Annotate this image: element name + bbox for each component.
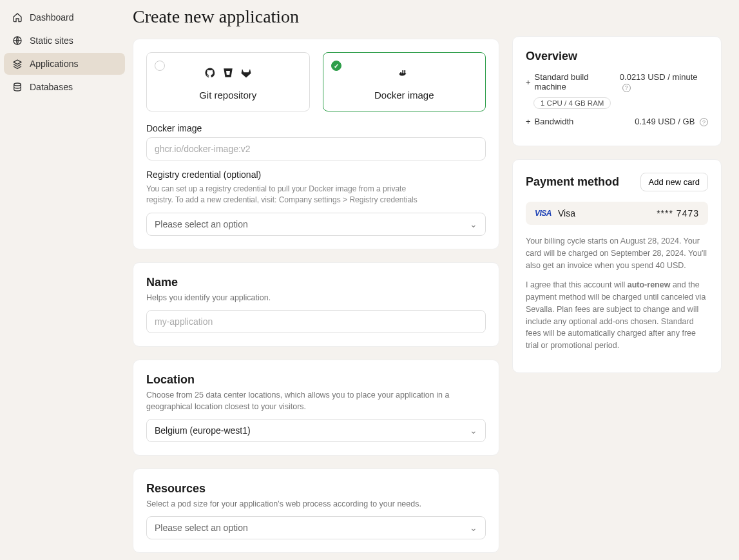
resources-select[interactable]: Please select an option ⌄: [146, 516, 486, 539]
payment-card-row[interactable]: VISA Visa **** 7473: [526, 202, 708, 225]
card-brand: Visa: [558, 208, 575, 218]
page-title: Create new application: [133, 6, 499, 27]
right-column: Overview +Standard build machine 0.0213 …: [512, 6, 722, 560]
payment-title: Payment method: [526, 175, 619, 189]
globe-icon: [12, 35, 23, 46]
docker-image-input[interactable]: [146, 137, 486, 160]
sidebar-item-label: Dashboard: [30, 12, 74, 23]
visa-logo-icon: VISA: [535, 209, 552, 218]
layers-icon: [12, 58, 23, 70]
sidebar-item-label: Static sites: [30, 35, 73, 46]
chevron-down-icon: ⌄: [470, 425, 477, 436]
registry-credential-help: You can set up a registry credential to …: [146, 184, 430, 206]
resources-title: Resources: [146, 482, 486, 496]
select-placeholder: Please select an option: [155, 523, 248, 533]
resources-help: Select a pod size for your application's…: [146, 498, 486, 510]
radio-unchecked-icon: [155, 61, 165, 71]
name-help: Helps you identify your application.: [146, 292, 486, 304]
source-label-git: Git repository: [157, 90, 299, 101]
location-select[interactable]: Belgium (europe-west1) ⌄: [146, 419, 486, 442]
sidebar: Dashboard Static sites Applications Data…: [0, 0, 129, 560]
source-option-git[interactable]: Git repository: [146, 52, 310, 111]
overview-build-label: +Standard build machine: [526, 72, 620, 92]
source-card: Git repository Docker image Docker image: [133, 39, 499, 249]
docker-image-label: Docker image: [146, 123, 486, 133]
source-label-docker: Docker image: [334, 90, 475, 101]
info-icon[interactable]: ?: [700, 118, 708, 126]
sidebar-item-label: Applications: [30, 59, 79, 69]
svg-point-1: [14, 83, 21, 86]
database-icon: [12, 81, 23, 93]
sidebar-item-applications[interactable]: Applications: [4, 53, 125, 75]
location-title: Location: [146, 373, 486, 387]
source-option-docker[interactable]: Docker image: [323, 52, 486, 111]
gitlab-icon: [240, 67, 252, 81]
home-icon: [12, 12, 23, 23]
overview-bandwidth-price: 0.149 USD / GB ?: [635, 117, 708, 127]
auto-renew-text: I agree that this account will auto-rene…: [526, 279, 708, 352]
info-icon[interactable]: ?: [622, 84, 631, 92]
main-content: Create new application: [133, 6, 499, 560]
name-card: Name Helps you identify your application…: [133, 262, 499, 347]
card-last4: **** 7473: [657, 208, 699, 218]
sidebar-item-static-sites[interactable]: Static sites: [4, 30, 125, 52]
payment-card: Payment method Add new card VISA Visa **…: [512, 159, 722, 373]
name-title: Name: [146, 276, 486, 289]
application-name-input[interactable]: [146, 310, 486, 333]
radio-checked-icon: [331, 61, 341, 71]
overview-build-price: 0.0213 USD / minute ?: [620, 72, 708, 92]
overview-bandwidth-label: +Bandwidth: [526, 117, 573, 126]
registry-credential-select[interactable]: Please select an option ⌄: [146, 213, 486, 236]
build-spec-badge: 1 CPU / 4 GB RAM: [533, 97, 611, 109]
select-placeholder: Please select an option: [155, 219, 248, 229]
select-value: Belgium (europe-west1): [155, 425, 251, 436]
resources-card: Resources Select a pod size for your app…: [133, 468, 499, 553]
sidebar-item-dashboard[interactable]: Dashboard: [4, 6, 125, 28]
sidebar-item-databases[interactable]: Databases: [4, 76, 125, 98]
chevron-down-icon: ⌄: [470, 219, 477, 229]
bitbucket-icon: [222, 67, 234, 81]
location-card: Location Choose from 25 data center loca…: [133, 360, 499, 456]
sidebar-item-label: Databases: [30, 82, 73, 92]
add-new-card-button[interactable]: Add new card: [640, 173, 709, 191]
overview-title: Overview: [526, 50, 708, 63]
docker-icon: [398, 67, 410, 81]
overview-card: Overview +Standard build machine 0.0213 …: [512, 36, 722, 146]
location-help: Choose from 25 data center locations, wh…: [146, 389, 456, 412]
registry-credential-label: Registry credential (optional): [146, 169, 486, 180]
billing-cycle-text: Your billing cycle starts on August 28, …: [526, 235, 708, 271]
github-icon: [204, 67, 216, 81]
chevron-down-icon: ⌄: [470, 523, 477, 533]
